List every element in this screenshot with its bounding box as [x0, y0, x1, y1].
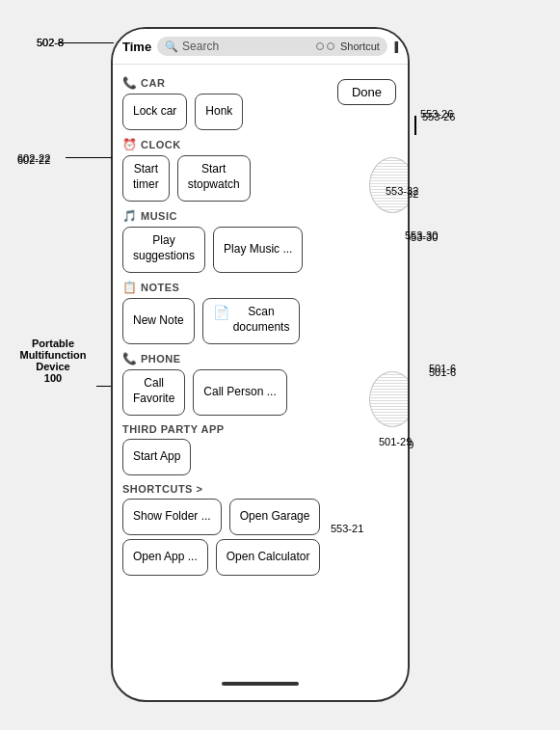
- notes-icon: 📋: [122, 281, 137, 294]
- section-clock: ⏰ CLOCK Starttimer Startstopwatch: [122, 138, 398, 202]
- play-music-button[interactable]: Play Music ...: [213, 227, 303, 273]
- dot-2: [327, 42, 334, 50]
- scan-documents-button[interactable]: 📄 Scandocuments: [202, 298, 301, 344]
- play-suggestions-label: Playsuggestions: [133, 233, 195, 263]
- lock-car-button[interactable]: Lock car: [122, 94, 187, 130]
- music-buttons: Playsuggestions Play Music ...: [122, 227, 398, 273]
- section-header-notes: 📋 NOTES: [122, 281, 398, 294]
- shortcut-label: Shortcut: [340, 41, 380, 52]
- clock-icon: ⏰: [122, 138, 137, 151]
- phone-device: Time 🔍 Search Shortcut ▐ Done 📞 CAR: [111, 27, 410, 702]
- top-bar: Time 🔍 Search Shortcut ▐: [113, 29, 408, 65]
- time-display: Time: [122, 40, 151, 54]
- section-notes: 📋 NOTES New Note 📄 Scandocuments: [122, 281, 398, 344]
- open-garage-label: Open Garage: [240, 509, 310, 525]
- ann-501-29: 501-29: [379, 436, 412, 447]
- call-favorite-label: CallFavorite: [133, 376, 174, 406]
- call-person-label: Call Person ...: [203, 385, 276, 400]
- dot-1: [316, 42, 324, 50]
- scan-icon: 📄: [213, 305, 229, 320]
- honk-label: Honk: [205, 104, 232, 120]
- signal-icon: ▐: [391, 41, 398, 52]
- open-calculator-label: Open Calculator: [227, 550, 310, 565]
- line-502-8: [58, 42, 114, 43]
- show-folder-button[interactable]: Show Folder ...: [122, 499, 222, 535]
- play-music-label: Play Music ...: [224, 242, 292, 257]
- search-dots: [316, 42, 334, 50]
- new-note-button[interactable]: New Note: [122, 298, 195, 344]
- open-app-label: Open App ...: [133, 550, 198, 565]
- section-header-music: 🎵 MUSIC: [122, 209, 398, 223]
- section-header-thirdparty: THIRD PARTY APP: [122, 423, 398, 435]
- section-header-phone: 📞 PHONE: [122, 352, 398, 365]
- ann-553-32: 553-32: [386, 185, 418, 197]
- search-icon: 🔍: [165, 41, 178, 53]
- phone-icon: 📞: [122, 352, 137, 365]
- call-person-button[interactable]: Call Person ...: [193, 369, 286, 416]
- section-phone: 📞 PHONE CallFavorite Call Person ...: [122, 352, 398, 416]
- search-text: Search: [182, 40, 312, 53]
- section-title-car: CAR: [141, 77, 165, 89]
- clock-buttons: Starttimer Startstopwatch: [122, 155, 398, 202]
- section-title-notes: NOTES: [141, 282, 179, 293]
- start-stopwatch-label: Startstopwatch: [188, 162, 240, 192]
- section-title-shortcuts[interactable]: SHORTCUTS >: [122, 483, 202, 495]
- notes-buttons: New Note 📄 Scandocuments: [122, 298, 398, 344]
- section-title-music: MUSIC: [141, 210, 177, 222]
- page-wrapper: 502-8 602-22 553-26 553-32 553-30 501-6 …: [0, 0, 560, 730]
- new-note-label: New Note: [133, 313, 184, 329]
- shortcuts-row2: Open App ... Open Calculator: [122, 539, 398, 576]
- section-title-phone: PHONE: [141, 353, 181, 365]
- ann-502-8: 502-8: [37, 37, 64, 48]
- section-header-clock: ⏰ CLOCK: [122, 138, 398, 151]
- content-area[interactable]: 📞 CAR Lock car Honk ⏰ CLOCK: [113, 65, 408, 671]
- honk-button[interactable]: Honk: [195, 94, 243, 130]
- phone-buttons: CallFavorite Call Person ...: [122, 369, 398, 416]
- music-icon: 🎵: [122, 209, 137, 223]
- call-favorite-button[interactable]: CallFavorite: [122, 369, 185, 416]
- home-indicator[interactable]: [222, 682, 299, 686]
- play-suggestions-button[interactable]: Playsuggestions: [122, 227, 205, 273]
- open-calculator-button[interactable]: Open Calculator: [216, 539, 321, 576]
- ann-602-22: 602-22: [17, 152, 50, 164]
- line-602-22: [66, 157, 112, 158]
- bottom-bar: [113, 671, 408, 700]
- ann-553-30: 553-30: [405, 230, 438, 241]
- start-timer-label: Starttimer: [133, 162, 159, 192]
- done-button[interactable]: Done: [337, 79, 396, 105]
- section-music: 🎵 MUSIC Playsuggestions Play Music ...: [122, 209, 398, 273]
- start-app-button[interactable]: Start App: [122, 439, 191, 475]
- scan-documents-label: Scandocuments: [233, 305, 290, 335]
- start-app-label: Start App: [133, 449, 180, 465]
- show-folder-label: Show Folder ...: [133, 509, 211, 525]
- open-garage-button[interactable]: Open Garage: [229, 499, 321, 535]
- thumb-oval-501-29: [369, 371, 408, 427]
- ann-553-26: 553-26: [420, 108, 453, 120]
- car-icon: 📞: [122, 76, 137, 90]
- section-title-thirdparty: THIRD PARTY APP: [122, 423, 225, 435]
- line-553-26-v: [414, 116, 416, 135]
- ann-553-21: 553-21: [331, 523, 363, 534]
- section-thirdparty: THIRD PARTY APP Start App: [122, 423, 398, 475]
- lock-car-label: Lock car: [133, 104, 176, 120]
- section-header-shortcuts: SHORTCUTS >: [122, 483, 398, 495]
- open-app-button[interactable]: Open App ...: [122, 539, 208, 576]
- ann-501-6: 501-6: [429, 363, 456, 374]
- start-timer-button[interactable]: Starttimer: [122, 155, 170, 202]
- section-title-clock: CLOCK: [141, 139, 181, 150]
- device-label: Portable Multifunction Device 100: [10, 338, 96, 384]
- search-bar[interactable]: 🔍 Search Shortcut: [157, 37, 387, 56]
- thirdparty-buttons: Start App: [122, 439, 398, 475]
- start-stopwatch-button[interactable]: Startstopwatch: [177, 155, 251, 202]
